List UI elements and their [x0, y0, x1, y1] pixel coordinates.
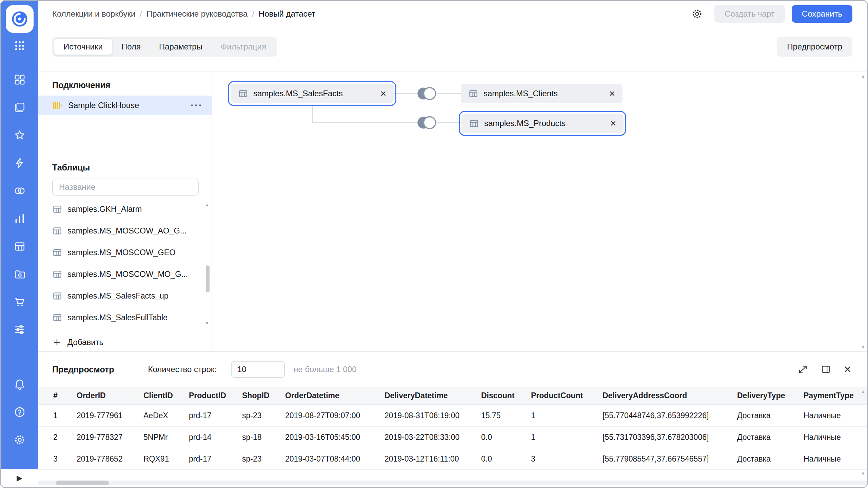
- table-row: 2 2019-778327 5NPMr prd-14 sp-18 2019-03…: [38, 426, 867, 448]
- help-icon[interactable]: [12, 405, 28, 420]
- bell-icon[interactable]: [12, 377, 28, 392]
- table-grid-icon: [52, 291, 62, 301]
- left-rail: ▶: [1, 1, 38, 487]
- table-list-item[interactable]: samples.MS_MOSCOW_GEO: [38, 242, 212, 263]
- table-grid-icon: [52, 204, 62, 214]
- sidebar-item-cart-icon[interactable]: [12, 294, 28, 309]
- close-preview-icon[interactable]: ×: [844, 363, 851, 375]
- cell: 0.0: [481, 448, 531, 470]
- cell: sp-23: [242, 405, 285, 426]
- connection-more-icon[interactable]: ···: [191, 100, 203, 110]
- preview-scroll-up-icon[interactable]: ▲: [861, 389, 865, 394]
- cell: Наличные: [804, 426, 867, 448]
- preview-toggle-button[interactable]: Предпросмотр: [777, 37, 852, 57]
- breadcrumb-guides[interactable]: Практические руководства: [146, 9, 248, 19]
- add-table-button[interactable]: Добавить: [52, 334, 212, 351]
- tables-scroll-up-icon[interactable]: ▲: [205, 202, 209, 207]
- save-button[interactable]: Сохранить: [792, 5, 852, 23]
- sidebar-item-folder-icon[interactable]: [12, 267, 28, 282]
- table-row: 3 2019-778652 RQX91 prd-17 sp-23 2019-03…: [38, 448, 867, 470]
- breadcrumb-current: Новый датасет: [259, 9, 315, 19]
- apps-grid-icon[interactable]: [12, 38, 28, 53]
- row-count-hint: не больше 1 000: [294, 365, 357, 374]
- column-header: ShopID: [242, 387, 285, 405]
- column-header: OrderDatetime: [285, 387, 384, 405]
- table-name: samples.GKH_Alarm: [67, 205, 142, 214]
- cell: [55.779085547,37.667546557]: [603, 448, 737, 470]
- rail-footer: ▶: [1, 469, 38, 487]
- tables-scroll-down-icon[interactable]: ▼: [205, 321, 209, 326]
- dataset-settings-gear-icon[interactable]: [691, 8, 703, 20]
- cell: sp-23: [242, 448, 285, 470]
- datalens-logo[interactable]: [6, 5, 34, 33]
- sidebar-item-star-icon[interactable]: [12, 128, 28, 143]
- column-header: ProductID: [189, 387, 242, 405]
- join-type-icon[interactable]: [415, 113, 438, 133]
- sources-panel: Подключения Sample ClickHouse ··· Таблиц…: [38, 72, 212, 351]
- tab-sources[interactable]: Источники: [54, 38, 112, 55]
- table-name: samples.MS_SalesFullTable: [67, 313, 167, 322]
- tab-parameters[interactable]: Параметры: [150, 38, 212, 55]
- sidebar-item-table-icon[interactable]: [12, 239, 28, 254]
- column-header: OrderID: [77, 387, 143, 405]
- table-search-input[interactable]: [52, 179, 199, 196]
- sidebar-item-sliders-icon[interactable]: [12, 322, 28, 337]
- tab-fields[interactable]: Поля: [112, 38, 150, 55]
- table-list-item[interactable]: samples.MS_SalesFacts_up: [38, 285, 212, 307]
- row-count-label: Количество строк:: [148, 365, 217, 374]
- app-window: ▶ Коллекции и воркбуки / Практические ру…: [0, 0, 868, 488]
- join-canvas[interactable]: samples.MS_SalesFacts × samples.MS_Clien…: [212, 72, 867, 351]
- join-connector-line: [312, 105, 313, 123]
- preview-panel: Предпросмотр Количество строк: не больше…: [38, 351, 867, 487]
- expand-sidebar-icon[interactable]: ▶: [17, 474, 22, 482]
- tables-scrollbar-thumb[interactable]: [206, 265, 210, 292]
- column-header: #: [38, 387, 77, 405]
- settings-gear-icon[interactable]: [12, 432, 28, 447]
- breadcrumb-collections[interactable]: Коллекции и воркбуки: [52, 9, 135, 19]
- sidebar-item-bar-chart-icon[interactable]: [12, 211, 28, 226]
- cell: 3: [531, 448, 603, 470]
- row-count-input[interactable]: [231, 361, 285, 378]
- column-header: Discount: [481, 387, 531, 405]
- dataset-table-node-products[interactable]: samples.MS_Products ×: [461, 114, 624, 133]
- table-grid-icon: [238, 88, 248, 99]
- rail-nav-top: [12, 72, 28, 337]
- remove-table-icon[interactable]: ×: [371, 88, 386, 99]
- horizontal-scrollbar-thumb[interactable]: [56, 481, 109, 485]
- main-area: Коллекции и воркбуки / Практические руко…: [38, 1, 867, 487]
- table-list-item[interactable]: samples.MS_SalesFullTable: [38, 307, 212, 328]
- cell: 2019-778327: [77, 426, 143, 448]
- remove-table-icon[interactable]: ×: [600, 88, 615, 99]
- remove-table-icon[interactable]: ×: [601, 118, 616, 128]
- cell: AeDeX: [143, 405, 189, 426]
- connection-item-selected[interactable]: Sample ClickHouse ···: [38, 96, 212, 115]
- table-grid-icon: [52, 312, 62, 323]
- table-list-item[interactable]: samples.MS_MOSCOW_AO_G...: [38, 220, 212, 242]
- dataset-table-node-salesfacts[interactable]: samples.MS_SalesFacts ×: [231, 84, 394, 103]
- sidebar-item-lightning-icon[interactable]: [12, 156, 28, 170]
- table-list-item[interactable]: samples.GKH_Alarm: [38, 198, 212, 220]
- sidebar-item-layers-icon[interactable]: [12, 100, 28, 115]
- horizontal-scrollbar[interactable]: [38, 481, 867, 485]
- preview-scroll-down-icon[interactable]: ▼: [861, 471, 865, 476]
- join-type-icon[interactable]: [415, 84, 438, 103]
- sidebar-item-rings-icon[interactable]: [12, 183, 28, 198]
- table-list-item[interactable]: samples.MS_MOSCOW_MO_G...: [38, 263, 212, 285]
- node-label: samples.MS_Products: [484, 119, 566, 128]
- cell: RQX91: [143, 448, 189, 470]
- canvas-scroll-down-icon[interactable]: ▼: [861, 345, 865, 350]
- cell: 2019-08-27T09:07:00: [285, 405, 384, 426]
- create-chart-button[interactable]: Создать чарт: [714, 5, 785, 23]
- join-connector-line: [312, 122, 461, 123]
- table-grid-icon: [52, 247, 62, 258]
- cell: 2019-777961: [77, 405, 143, 426]
- panel-layout-icon[interactable]: [821, 364, 831, 374]
- node-label: samples.MS_SalesFacts: [253, 89, 343, 98]
- tab-filtering[interactable]: Фильтрация: [212, 38, 275, 55]
- canvas-scroll-up-icon[interactable]: ▲: [861, 74, 865, 79]
- dataset-table-node-clients[interactable]: samples.MS_Clients ×: [461, 84, 623, 103]
- sidebar-item-squares-icon[interactable]: [12, 72, 28, 87]
- expand-preview-icon[interactable]: [798, 364, 808, 374]
- rail-nav-bottom: [12, 377, 28, 447]
- datalens-logo-icon: [9, 8, 30, 29]
